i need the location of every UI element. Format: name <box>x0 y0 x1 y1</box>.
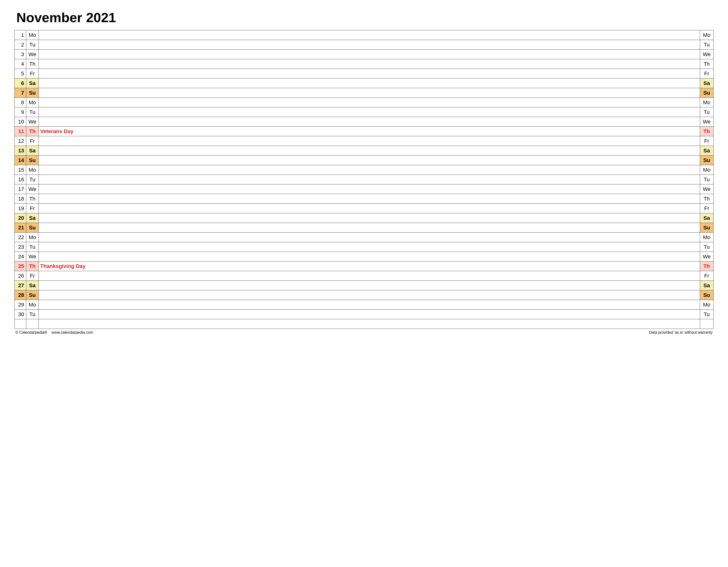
table-row: 14SuSu <box>15 155 714 165</box>
table-row: 27SaSa <box>15 281 714 291</box>
day-note <box>39 136 700 146</box>
day-of-week-right: We <box>700 184 714 194</box>
table-row: 4ThTh <box>15 59 714 69</box>
day-number: 3 <box>15 50 26 59</box>
day-of-week-right: We <box>700 252 714 261</box>
day-of-week-left: We <box>26 117 39 127</box>
day-of-week-right: Th <box>700 261 714 271</box>
day-note <box>39 291 700 300</box>
day-of-week-right: Su <box>700 155 714 165</box>
table-row: 20SaSa <box>15 213 714 223</box>
table-row: 15MoMo <box>15 165 714 175</box>
day-note <box>39 146 700 155</box>
day-note <box>39 223 700 232</box>
footer-copyright: © Calendarpedia® <box>15 330 47 335</box>
day-note: Thanksgiving Day <box>39 261 700 271</box>
day-of-week-right: Fr <box>700 271 714 281</box>
day-note <box>39 204 700 213</box>
day-of-week-left: Sa <box>26 213 39 223</box>
day-of-week-left: Su <box>26 155 39 165</box>
table-row: 21SuSu <box>15 223 714 232</box>
table-row: 3WeWe <box>15 50 714 59</box>
table-row: 9TuTu <box>15 107 714 117</box>
footer-disclaimer: Data provided 'as is' without warranty <box>649 330 713 335</box>
day-of-week-left: Sa <box>26 146 39 155</box>
day-of-week-right: Sa <box>700 146 714 155</box>
day-of-week-right: Su <box>700 223 714 232</box>
day-note <box>39 117 700 127</box>
day-number: 30 <box>15 310 26 319</box>
day-note <box>39 194 700 204</box>
day-of-week-right: Th <box>700 127 714 136</box>
day-note <box>39 98 700 107</box>
day-of-week-left: Mo <box>26 98 39 107</box>
day-number: 14 <box>15 155 26 165</box>
day-number: 17 <box>15 184 26 194</box>
day-note <box>39 30 700 40</box>
table-row: 28SuSu <box>15 291 714 300</box>
day-of-week-left: Sa <box>26 78 39 88</box>
day-note <box>39 155 700 165</box>
table-row: 6SaSa <box>15 78 714 88</box>
day-note <box>39 242 700 252</box>
footer-url: www.calendarpedia.com <box>52 330 93 335</box>
page-title: November 2021 <box>16 10 714 25</box>
table-row: 13SaSa <box>15 146 714 155</box>
day-number: 19 <box>15 204 26 213</box>
table-row: 29MoMo <box>15 300 714 310</box>
day-of-week-right <box>700 319 714 329</box>
day-note <box>39 184 700 194</box>
day-number: 12 <box>15 136 26 146</box>
day-of-week-left: Tu <box>26 242 39 252</box>
day-of-week-right: Su <box>700 291 714 300</box>
day-of-week-right: Tu <box>700 175 714 184</box>
table-row: 10WeWe <box>15 117 714 127</box>
day-number: 18 <box>15 194 26 204</box>
day-of-week-right: Mo <box>700 98 714 107</box>
day-of-week-left: Tu <box>26 107 39 117</box>
day-of-week-left <box>26 319 39 329</box>
day-note <box>39 310 700 319</box>
day-of-week-right: Tu <box>700 242 714 252</box>
day-number: 13 <box>15 146 26 155</box>
table-row: 17WeWe <box>15 184 714 194</box>
day-number: 25 <box>15 261 26 271</box>
day-of-week-right: Tu <box>700 107 714 117</box>
day-number: 11 <box>15 127 26 136</box>
day-of-week-right: Fr <box>700 136 714 146</box>
day-of-week-left: Th <box>26 59 39 69</box>
day-note <box>39 175 700 184</box>
table-row: 5FrFr <box>15 69 714 78</box>
day-of-week-left: We <box>26 184 39 194</box>
table-row: 11ThVeterans DayTh <box>15 127 714 136</box>
day-of-week-left: Sa <box>26 281 39 291</box>
table-row: 22MoMo <box>15 232 714 242</box>
day-note <box>39 300 700 310</box>
day-note <box>39 165 700 175</box>
day-of-week-right: Mo <box>700 232 714 242</box>
day-of-week-right: Mo <box>700 300 714 310</box>
table-row: 12FrFr <box>15 136 714 146</box>
day-number <box>15 319 26 329</box>
day-of-week-left: Su <box>26 223 39 232</box>
day-number: 15 <box>15 165 26 175</box>
day-of-week-left: We <box>26 50 39 59</box>
day-note <box>39 59 700 69</box>
day-number: 20 <box>15 213 26 223</box>
day-note <box>39 40 700 50</box>
day-of-week-right: Tu <box>700 40 714 50</box>
day-number: 23 <box>15 242 26 252</box>
day-number: 4 <box>15 59 26 69</box>
day-of-week-right: Su <box>700 88 714 98</box>
table-row: 26FrFr <box>15 271 714 281</box>
day-of-week-left: Su <box>26 291 39 300</box>
day-number: 26 <box>15 271 26 281</box>
day-note <box>39 213 700 223</box>
table-row: 25ThThanksgiving DayTh <box>15 261 714 271</box>
day-note <box>39 88 700 98</box>
day-of-week-right: Sa <box>700 213 714 223</box>
day-note <box>39 69 700 78</box>
day-of-week-right: Mo <box>700 165 714 175</box>
day-of-week-left: Fr <box>26 136 39 146</box>
table-row: 30TuTu <box>15 310 714 319</box>
